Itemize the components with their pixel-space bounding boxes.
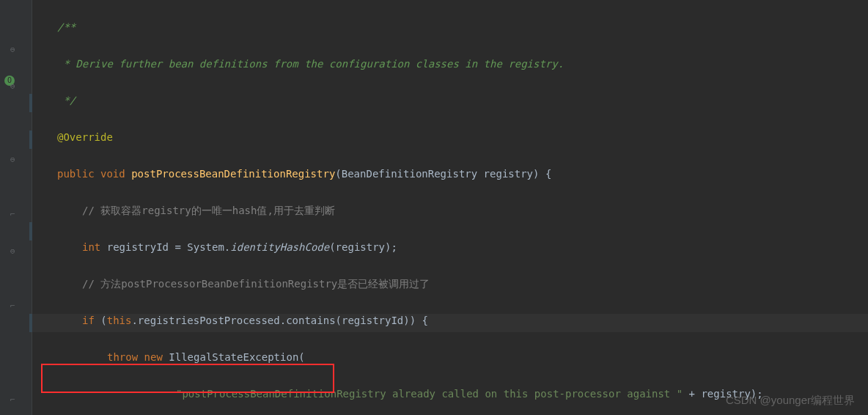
keyword-if: if bbox=[82, 315, 95, 326]
comment-line: // 方法postProcessorBeanDefinitionRegistry… bbox=[82, 278, 430, 290]
keyword-this: this bbox=[107, 315, 132, 326]
watermark-text: CSDN @younger编程世界 bbox=[726, 391, 855, 409]
fold-toggle-icon[interactable]: ⊖ bbox=[10, 40, 15, 59]
string-literal: "postProcessBeanDefinitionRegistry alrea… bbox=[176, 388, 683, 400]
annotation: @Override bbox=[57, 131, 113, 143]
keyword-int: int bbox=[82, 241, 100, 253]
fold-toggle-icon[interactable]: ⊖ bbox=[10, 77, 15, 95]
code-text: ( bbox=[95, 315, 107, 326]
fold-end-icon[interactable]: ⌐ bbox=[10, 391, 15, 409]
comment-line: // 获取容器registry的一唯一hash值,用于去重判断 bbox=[82, 205, 335, 216]
editor-gutter: ⊖ O ⊖ ⊖ ⌐ ⊖ ⌐ ⌐ bbox=[0, 0, 32, 415]
code-text: (registry); bbox=[329, 241, 397, 253]
fold-toggle-icon[interactable]: ⊖ bbox=[10, 150, 15, 169]
editor-code-area[interactable]: /** * Derive further bean definitions fr… bbox=[32, 0, 763, 415]
fold-end-icon[interactable]: ⌐ bbox=[10, 205, 15, 224]
javadoc-line: */ bbox=[57, 95, 76, 106]
fold-toggle-icon[interactable]: ⊖ bbox=[10, 242, 15, 260]
code-text: .registriesPostProcessed.contains(regist… bbox=[131, 315, 428, 326]
fold-end-icon[interactable]: ⌐ bbox=[10, 297, 15, 315]
javadoc-line: * Derive further bean definitions from t… bbox=[57, 58, 564, 70]
keyword-void: void bbox=[100, 168, 125, 180]
keyword-new: new bbox=[144, 351, 163, 363]
method-call: identityHashCode bbox=[230, 241, 329, 253]
method-signature: (BeanDefinitionRegistry registry) { bbox=[335, 168, 551, 180]
keyword-public: public bbox=[57, 168, 95, 180]
method-name: postProcessBeanDefinitionRegistry bbox=[131, 168, 335, 180]
keyword-throw: throw bbox=[107, 351, 138, 363]
code-text: IllegalStateException( bbox=[163, 351, 305, 363]
code-text: registryId = System. bbox=[100, 241, 230, 253]
javadoc-line: /** bbox=[57, 21, 76, 33]
